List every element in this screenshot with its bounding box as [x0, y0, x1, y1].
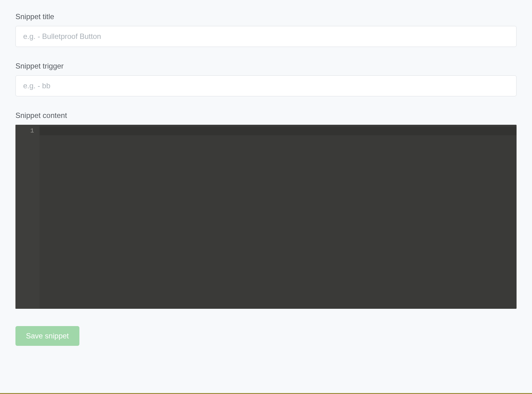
snippet-trigger-group: Snippet trigger	[15, 62, 517, 96]
line-number: 1	[15, 127, 40, 135]
save-snippet-button[interactable]: Save snippet	[15, 326, 79, 346]
code-editor-gutter: 1	[15, 125, 40, 309]
snippet-trigger-label: Snippet trigger	[15, 62, 517, 70]
code-editor[interactable]: 1	[15, 125, 517, 309]
code-editor-textarea[interactable]	[40, 125, 517, 309]
snippet-content-group: Snippet content 1	[15, 111, 517, 309]
snippet-title-label: Snippet title	[15, 12, 517, 21]
snippet-title-input[interactable]	[15, 26, 517, 47]
snippet-title-group: Snippet title	[15, 12, 517, 47]
code-editor-content[interactable]	[40, 125, 517, 309]
snippet-content-label: Snippet content	[15, 111, 517, 120]
snippet-trigger-input[interactable]	[15, 75, 517, 96]
